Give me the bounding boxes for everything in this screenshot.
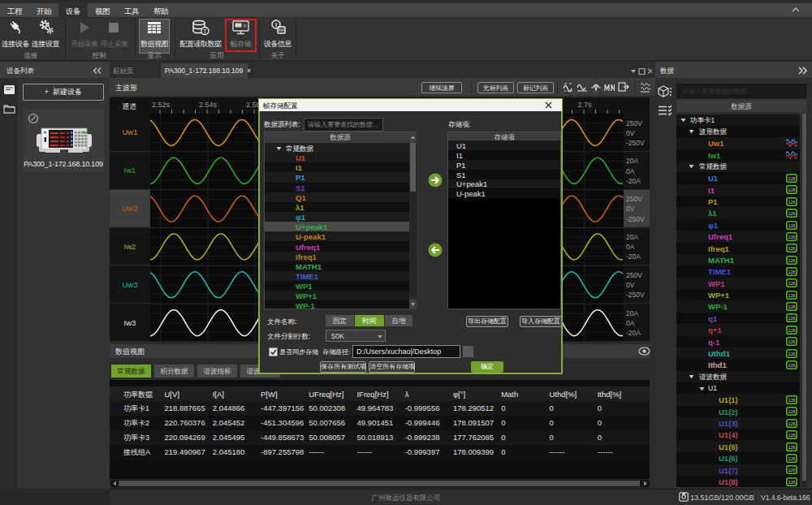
svg-text:126: 126 (788, 480, 795, 485)
svg-text:126: 126 (788, 258, 795, 263)
svg-text:126: 126 (788, 176, 795, 181)
svg-text:126: 126 (788, 352, 795, 356)
svg-text:126: 126 (788, 398, 795, 403)
svg-text:126: 126 (788, 328, 795, 333)
svg-text:F: F (244, 24, 247, 28)
svg-text:126: 126 (788, 304, 795, 309)
svg-text:INF: INF (278, 28, 284, 32)
svg-text:126: 126 (788, 211, 795, 216)
svg-text:126: 126 (788, 223, 795, 228)
svg-text:126: 126 (788, 456, 795, 461)
svg-text:126: 126 (788, 421, 795, 426)
svg-text:126: 126 (788, 445, 795, 450)
svg-text:126: 126 (788, 363, 795, 368)
svg-text:126: 126 (788, 270, 795, 274)
svg-text:126: 126 (788, 246, 795, 251)
svg-text:T: T (203, 28, 207, 34)
svg-text:126: 126 (788, 316, 795, 321)
svg-text:126: 126 (788, 293, 795, 298)
svg-text:126: 126 (788, 235, 795, 240)
svg-text:126: 126 (788, 188, 795, 192)
svg-text:i: i (275, 21, 277, 28)
svg-text:126: 126 (788, 281, 795, 286)
svg-text:126: 126 (788, 339, 795, 344)
svg-text:126: 126 (788, 200, 795, 205)
svg-text:126: 126 (788, 468, 795, 473)
svg-text:126: 126 (788, 433, 795, 438)
svg-text:126: 126 (788, 409, 795, 414)
